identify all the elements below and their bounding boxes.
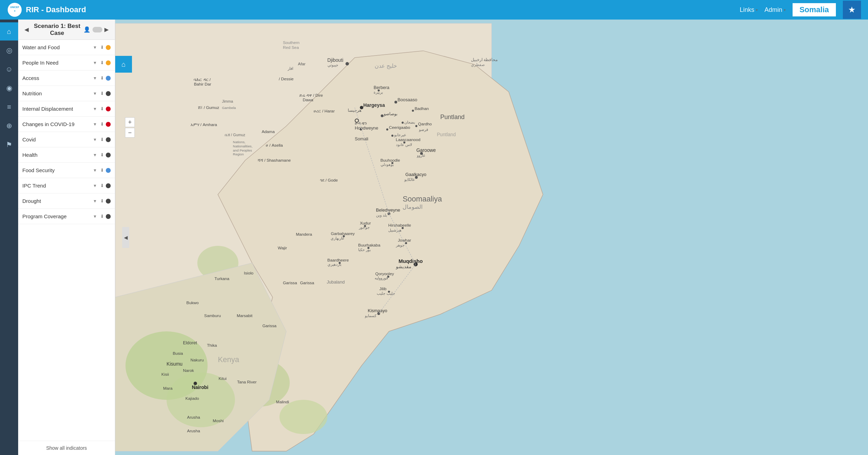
svg-text:Eldoret: Eldoret: [183, 340, 197, 345]
indicator-label-nutrition: Nutrition: [22, 90, 93, 96]
person-icon-changes-covid: ⬇: [100, 122, 104, 127]
person-icon-program-coverage: ⬇: [100, 214, 104, 219]
navbar-right: Links ▾ Admin ▾ Somalia ★: [740, 1, 861, 19]
svg-text:Buuhoodle: Buuhoodle: [381, 158, 400, 162]
indicator-row-people-in-need[interactable]: People In Need ▼ ⬇: [18, 55, 115, 71]
svg-text:Djibouti: Djibouti: [328, 58, 344, 63]
indicator-dot-access: [106, 76, 111, 81]
chevron-icon-drought: ▼: [93, 199, 97, 204]
indicator-controls-people-in-need: ▼ ⬇: [93, 60, 111, 65]
svg-text:ሸ፤ / Gumuz: ሸ፤ / Gumuz: [198, 105, 219, 110]
person-icon-access: ⬇: [100, 75, 104, 81]
favorite-button[interactable]: ★: [843, 1, 861, 19]
zoom-controls: + −: [125, 117, 135, 138]
chevron-icon-water-food: ▼: [93, 45, 97, 50]
indicator-row-health[interactable]: Health ▼ ⬇: [18, 147, 115, 163]
svg-text:Berbera: Berbera: [374, 85, 390, 90]
svg-text:قرضو: قرضو: [419, 127, 428, 132]
svg-text:Kenya: Kenya: [218, 355, 239, 364]
svg-text:الصومال: الصومال: [403, 204, 422, 210]
indicator-row-internal-displacement[interactable]: Internal Displacement ▼ ⬇: [18, 101, 115, 117]
chevron-icon-internal-displacement: ▼: [93, 107, 97, 111]
indicator-label-food-security: Food Security: [22, 167, 93, 173]
person-icon-covid: ⬇: [100, 137, 104, 142]
svg-text:Hirshabeelle: Hirshabeelle: [388, 223, 411, 227]
indicator-row-water-food[interactable]: Water and Food ▼ ⬇: [18, 40, 115, 55]
zoom-out-button[interactable]: −: [125, 128, 135, 138]
indicator-row-covid[interactable]: Covid ▼ ⬇: [18, 132, 115, 147]
sidebar-item-circle[interactable]: ◉: [0, 79, 18, 97]
indicator-row-food-security[interactable]: Food Security ▼ ⬇: [18, 163, 115, 178]
svg-text:Dawa: Dawa: [303, 97, 314, 102]
svg-text:ሁዱዊን: ሁዱዊን: [355, 121, 367, 125]
svg-text:بور حكبا: بور حكبا: [358, 248, 371, 252]
icon-sidebar: ⌂ ◎ ☺ ◉ ≡ ⊕ ⚑: [0, 20, 18, 455]
sidebar-item-layers[interactable]: ≡: [0, 98, 18, 116]
svg-text:Muqdisho: Muqdisho: [398, 258, 422, 264]
brand: UNICEF ⊛ RIR - Dashboard: [7, 2, 86, 17]
indicator-row-program-coverage[interactable]: Program Coverage ▼ ⬇: [18, 209, 115, 224]
indicator-row-ipc-trend[interactable]: IPC Trend ▼ ⬇: [18, 178, 115, 193]
indicator-controls-access: ▼ ⬇: [93, 75, 111, 81]
chevron-icon-ipc-trend: ▼: [93, 183, 97, 188]
chevron-icon-health: ▼: [93, 153, 97, 157]
svg-text:Region: Region: [233, 152, 244, 156]
indicator-label-changes-covid: Changes in COVID-19: [22, 121, 93, 127]
svg-point-18: [412, 110, 414, 112]
svg-text:Moshi: Moshi: [213, 418, 223, 423]
svg-text:بربيرة: بربيرة: [374, 90, 383, 95]
admin-menu[interactable]: Admin ▾: [765, 6, 786, 14]
svg-text:Puntland: Puntland: [437, 132, 456, 137]
main-layout: ⌂ ◎ ☺ ◉ ≡ ⊕ ⚑ ◀ Scenario 1: Best Case 👤 …: [0, 20, 868, 455]
indicator-controls-internal-displacement: ▼ ⬇: [93, 106, 111, 111]
svg-text:Marsabit: Marsabit: [237, 313, 253, 318]
svg-text:بوصاصو: بوصاصو: [383, 111, 397, 116]
indicator-dot-food-security: [106, 168, 111, 173]
indicator-list: Water and Food ▼ ⬇ People In Need ▼ ⬇ Ac…: [18, 40, 115, 224]
chevron-icon-food-security: ▼: [93, 168, 97, 173]
indicator-dot-ipc-trend: [106, 183, 111, 188]
sidebar-item-person[interactable]: ☺: [0, 60, 18, 78]
svg-text:Garoowe: Garoowe: [416, 148, 436, 153]
panel-sidebar: ◀ Scenario 1: Best Case 👤 ▶ Water and Fo…: [18, 20, 115, 455]
indicator-dot-program-coverage: [106, 214, 111, 219]
sidebar-item-flag[interactable]: ⚑: [0, 135, 18, 154]
svg-text:Mandera: Mandera: [296, 232, 312, 236]
links-menu[interactable]: Links ▾: [740, 6, 758, 14]
svg-text:Hargeysa: Hargeysa: [363, 103, 385, 108]
sidebar-item-target[interactable]: ◎: [0, 41, 18, 59]
svg-text:افار: افار: [287, 66, 293, 71]
indicator-row-access[interactable]: Access ▼ ⬇: [18, 71, 115, 86]
svg-text:Arusha: Arusha: [187, 415, 200, 419]
person-icon-nutrition: ⬇: [100, 91, 104, 96]
svg-text:Isiolo: Isiolo: [244, 271, 253, 275]
svg-text:ሀ / Asella: ሀ / Asella: [266, 143, 283, 147]
scenario-next-button[interactable]: ▶: [102, 25, 111, 34]
svg-text:and Peoples: and Peoples: [233, 148, 252, 152]
indicator-dot-people-in-need: [106, 60, 111, 65]
svg-text:Hoodweyne: Hoodweyne: [355, 125, 378, 131]
svg-text:Puntland: Puntland: [440, 113, 465, 120]
scenario-toggle[interactable]: [93, 27, 102, 32]
svg-text:Malindi: Malindi: [276, 399, 289, 404]
map-home-button[interactable]: ⌂: [115, 56, 132, 73]
svg-text:هرجيسا: هرجيسا: [348, 108, 361, 113]
svg-text:Laascaanood: Laascaanood: [396, 137, 421, 142]
navbar-title: RIR - Dashboard: [26, 5, 86, 14]
svg-point-8: [279, 400, 327, 434]
indicator-row-drought[interactable]: Drought ▼ ⬇: [18, 193, 115, 209]
panel-toggle-button[interactable]: ◀: [122, 227, 129, 248]
svg-text:Jimma: Jimma: [222, 99, 233, 103]
svg-text:خليج عدن: خليج عدن: [375, 63, 397, 69]
show-all-indicators[interactable]: Show all indicators: [18, 441, 115, 455]
indicator-label-internal-displacement: Internal Displacement: [22, 106, 93, 112]
scenario-prev-button[interactable]: ◀: [22, 25, 31, 34]
indicator-row-changes-covid[interactable]: Changes in COVID-19 ▼ ⬇: [18, 117, 115, 132]
sidebar-item-world[interactable]: ⊕: [0, 117, 18, 135]
indicator-row-nutrition[interactable]: Nutrition ▼ ⬇: [18, 86, 115, 101]
chevron-icon-people-in-need: ▼: [93, 60, 97, 65]
sidebar-item-home[interactable]: ⌂: [0, 22, 18, 41]
svg-text:Beledweyne: Beledweyne: [376, 207, 400, 213]
indicator-label-health: Health: [22, 152, 93, 158]
zoom-in-button[interactable]: +: [125, 117, 135, 127]
